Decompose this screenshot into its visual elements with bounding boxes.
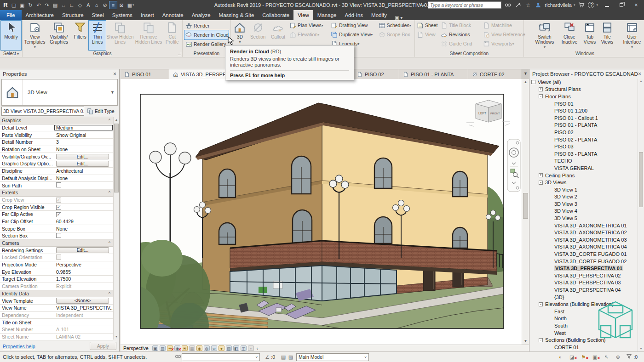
edit-type-button[interactable]: Edit Type bbox=[86, 107, 118, 116]
canvas-scroll-thumb[interactable] bbox=[523, 193, 528, 219]
tree-item-label[interactable]: PISO 01 - Callout 1 bbox=[554, 115, 598, 121]
temporary-view-properties-icon[interactable]: ▧ bbox=[226, 345, 232, 351]
property-value[interactable]: None bbox=[54, 147, 113, 152]
revisions-button[interactable]: Revisions bbox=[440, 30, 482, 39]
render-button[interactable]: Render bbox=[184, 21, 229, 30]
tree-item[interactable]: VISTA 3D_CORTE FUGADO 02 bbox=[529, 258, 638, 265]
property-value[interactable] bbox=[54, 211, 113, 217]
tree-item-label[interactable]: 3D Views bbox=[545, 180, 566, 185]
tab-file[interactable]: File bbox=[0, 10, 22, 20]
tree-item-label[interactable]: 3D View 2 bbox=[554, 194, 577, 199]
sun-settings-icon[interactable]: ☀ bbox=[182, 345, 188, 351]
tree-item-label[interactable]: VISTA 3D_PERSPECTIVA 02 bbox=[554, 273, 621, 278]
browser-scroll-thumb[interactable] bbox=[639, 152, 643, 207]
undo-icon[interactable]: ↶ bbox=[35, 1, 42, 9]
property-value[interactable] bbox=[54, 255, 113, 260]
property-value[interactable]: VISTA 3D_PERSPECTIV... bbox=[54, 305, 113, 311]
property-value[interactable] bbox=[54, 197, 113, 203]
tree-item[interactable]: PISO 03 - PLANTA bbox=[529, 150, 638, 158]
editable-elements-icon[interactable]: ∠ bbox=[264, 354, 271, 360]
tree-item[interactable]: VISTA 3D_AXONOMETRICA 02 bbox=[529, 229, 638, 236]
tree-toggle-icon[interactable]: - bbox=[539, 94, 543, 98]
tree-item-label[interactable]: VISTA 3D_AXONOMETRICA 04 bbox=[554, 244, 627, 249]
locked-view-icon[interactable]: ◍ bbox=[204, 345, 210, 351]
tree-item-label[interactable]: Views (all) bbox=[538, 79, 561, 85]
tree-toggle-icon[interactable] bbox=[548, 259, 552, 263]
tree-item-label[interactable]: VISTA 3D_PERSPECTIVA 03 bbox=[554, 280, 621, 285]
scroll-up-icon[interactable]: ▲ bbox=[114, 117, 119, 123]
aligned-dimension-icon[interactable]: ∟ bbox=[68, 1, 75, 9]
highlight-displacement-icon[interactable]: ◫ bbox=[241, 345, 247, 351]
tree-item[interactable]: PISO 03 bbox=[529, 143, 638, 150]
exclude-options-icon[interactable]: ⊛ bbox=[614, 354, 621, 360]
tree-item[interactable]: 3D View 1 bbox=[529, 186, 638, 193]
tree-toggle-icon[interactable] bbox=[548, 238, 552, 242]
tree-toggle-icon[interactable] bbox=[548, 123, 552, 127]
tree-item-label[interactable]: TECHO bbox=[554, 158, 572, 164]
tree-toggle-icon[interactable] bbox=[548, 145, 552, 149]
tree-item-label[interactable]: PISO 02 bbox=[554, 130, 574, 135]
render-gallery-button[interactable]: Render Gallery bbox=[184, 40, 229, 49]
canvas-scroll-up-icon[interactable]: ▲ bbox=[522, 79, 529, 85]
graphic-display-options-icon[interactable]: ▥ bbox=[160, 345, 166, 351]
temporary-hide-isolate-icon[interactable]: ∞ bbox=[211, 345, 217, 351]
modify-button[interactable]: Modify bbox=[1, 21, 21, 50]
tree-toggle-icon[interactable]: + bbox=[539, 173, 543, 177]
tree-item[interactable]: PISO 01 - PLANTA bbox=[529, 122, 638, 129]
tree-item-label[interactable]: PISO 01 bbox=[554, 101, 574, 107]
visual-style-icon[interactable]: ▣ bbox=[152, 345, 158, 351]
scroll-thumb[interactable] bbox=[114, 124, 119, 192]
thin-lines-button[interactable]: Thin Lines bbox=[89, 21, 106, 50]
tree-item-label[interactable]: 3D View 4 bbox=[554, 208, 577, 214]
tree-item[interactable]: 3D View 2 bbox=[529, 193, 638, 201]
tree-toggle-icon[interactable] bbox=[548, 152, 552, 156]
tab-manage[interactable]: Manage bbox=[313, 10, 341, 20]
help-menu-caret-icon[interactable]: ▾ bbox=[596, 3, 598, 7]
tree-toggle-icon[interactable] bbox=[548, 252, 552, 256]
tree-item[interactable]: VISTA 3D_PERSPECTIVA 02 bbox=[529, 272, 638, 279]
design-options-icon[interactable]: ▣ bbox=[591, 354, 598, 360]
user-icon[interactable] bbox=[535, 1, 542, 9]
tile-views-button[interactable]: Tile Views bbox=[598, 21, 616, 50]
tab-annotate[interactable]: Annotate bbox=[158, 10, 188, 20]
scroll-down-icon[interactable]: ▼ bbox=[114, 334, 119, 339]
tree-item-label[interactable]: VISTA 3D_PERSPECTIVA 01 bbox=[554, 266, 623, 271]
tree-item[interactable]: + Ceiling Plans bbox=[529, 172, 638, 179]
revit-menu-icon[interactable]: R bbox=[2, 1, 9, 9]
app-store-cart-icon[interactable] bbox=[578, 1, 585, 9]
tree-item[interactable]: 3D View 4 bbox=[529, 208, 638, 215]
tree-toggle-icon[interactable]: - bbox=[539, 181, 543, 185]
duplicate-view-button[interactable]: Duplicate View bbox=[330, 30, 378, 39]
close-button[interactable]: × bbox=[630, 1, 642, 9]
property-value[interactable]: 1.7500 bbox=[54, 276, 113, 282]
property-value[interactable]: Edit... bbox=[56, 247, 109, 253]
tree-item[interactable]: VISTA 3D_AXONOMETRICA 03 bbox=[529, 236, 638, 243]
show-analytical-model-icon[interactable]: ◧ bbox=[233, 345, 239, 351]
property-value[interactable]: <None> bbox=[56, 298, 109, 304]
view-tab-corte02[interactable]: CORTE 02 bbox=[468, 69, 521, 79]
tree-toggle-icon[interactable] bbox=[548, 166, 552, 170]
render-dialog-icon[interactable]: ◈ bbox=[196, 345, 202, 351]
collapse-viewbar-icon[interactable]: ‹ bbox=[257, 346, 258, 351]
tree-toggle-icon[interactable] bbox=[548, 331, 552, 335]
tree-toggle-icon[interactable] bbox=[548, 288, 552, 292]
tree-item[interactable]: VISTA 3D_CORTE FUGADO 01 bbox=[529, 250, 638, 258]
qat-customize-icon[interactable]: ▾ bbox=[132, 3, 134, 7]
tree-item-label[interactable]: PISO 01 - PLANTA bbox=[554, 122, 597, 128]
tree-toggle-icon[interactable] bbox=[548, 209, 552, 213]
text-icon[interactable]: A bbox=[85, 1, 92, 9]
print-icon[interactable]: ▤ bbox=[52, 1, 59, 9]
view-tab-piso01-planta[interactable]: PISO 01 - PLANTA bbox=[399, 69, 468, 79]
tree-item[interactable]: - 3D Views bbox=[529, 179, 638, 186]
dialog-disabled-icon[interactable]: ▦ bbox=[189, 345, 195, 351]
tree-item[interactable]: PISO 01 - Callout 1 bbox=[529, 114, 638, 122]
view-selector-combo[interactable]: 3D View: VISTA 3D_PERSPECTIVA 01˅ bbox=[1, 107, 84, 116]
sync-icon[interactable]: ↻ bbox=[27, 1, 34, 9]
drawing-canvas[interactable]: LEFT FRONT bbox=[121, 79, 522, 345]
tree-item-label[interactable]: Floor Plans bbox=[545, 94, 571, 99]
worksharing-display-settings-icon[interactable]: ◐ bbox=[557, 354, 564, 360]
tree-item-label[interactable]: Ceiling Plans bbox=[545, 173, 575, 178]
help-icon[interactable]: ? bbox=[588, 2, 594, 8]
tree-toggle-icon[interactable] bbox=[548, 231, 552, 235]
tree-item[interactable]: VISTA GENERAL bbox=[529, 164, 638, 172]
